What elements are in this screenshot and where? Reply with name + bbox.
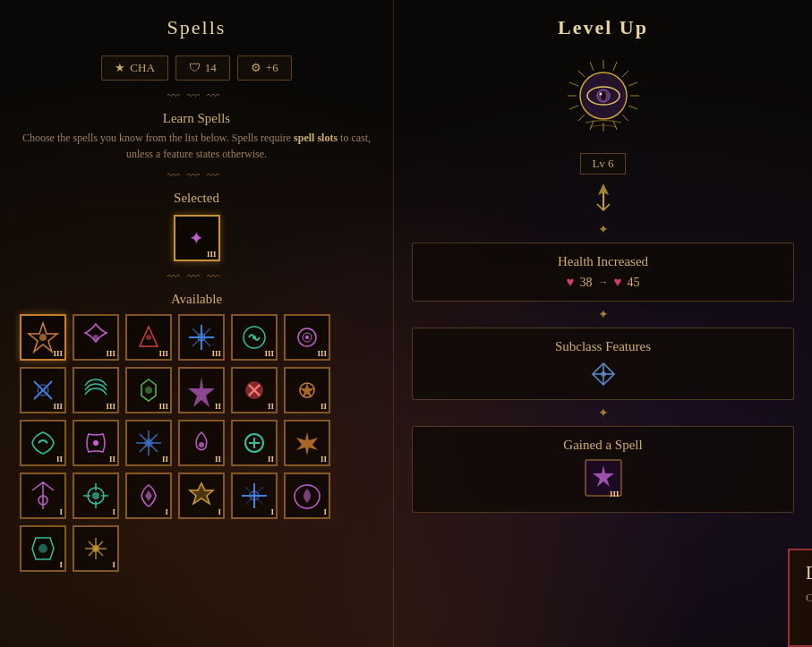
- tier-label: II: [215, 455, 221, 464]
- svg-point-25: [92, 545, 99, 552]
- star-div-2: ✦: [412, 307, 794, 322]
- list-item[interactable]: I: [73, 472, 119, 519]
- list-item[interactable]: I: [20, 472, 66, 519]
- svg-point-1: [39, 334, 47, 341]
- list-item[interactable]: III: [73, 314, 119, 361]
- learn-spells-header: Learn Spells: [18, 111, 375, 126]
- svg-line-39: [569, 106, 578, 109]
- tier-label: III: [158, 402, 168, 411]
- list-item[interactable]: III: [178, 314, 225, 361]
- svg-point-24: [38, 544, 47, 553]
- tier-label: III: [106, 349, 115, 358]
- svg-point-45: [601, 91, 606, 100]
- tier-label: I: [112, 507, 115, 516]
- plus-tag[interactable]: ⚙ +6: [237, 55, 292, 81]
- gear-icon: ⚙: [251, 61, 261, 75]
- spell-icon-21: [131, 478, 167, 514]
- list-item[interactable]: II: [20, 420, 66, 466]
- info-panel-title: Dark One's Own Luck: [806, 563, 812, 583]
- svg-line-38: [590, 121, 594, 130]
- tier-label: III: [211, 349, 221, 358]
- star-div-3: ✦: [412, 405, 794, 421]
- tier-label: II: [162, 455, 168, 464]
- available-header: Available: [18, 292, 375, 307]
- list-item[interactable]: II: [125, 420, 172, 466]
- tier-label: III: [158, 349, 168, 358]
- list-item[interactable]: I: [20, 525, 66, 572]
- subclass-feature-card[interactable]: Subclass Features: [412, 328, 794, 400]
- heart-icon-from: ♥: [567, 275, 575, 290]
- svg-point-6: [252, 336, 256, 339]
- svg-point-13: [145, 387, 152, 394]
- selected-spell-slot[interactable]: ✦ III: [174, 215, 220, 261]
- cha-tag[interactable]: ★ CHA: [101, 55, 167, 81]
- class-symbol: [412, 179, 794, 218]
- spell-icon-26: [78, 531, 114, 566]
- tier-label: I: [270, 507, 274, 516]
- svg-point-18: [199, 442, 204, 447]
- list-item[interactable]: I: [284, 472, 330, 519]
- gained-spell-title: Gained a Spell: [427, 438, 779, 453]
- divider-1: 〰〰〰: [18, 89, 375, 104]
- tier-label: III: [264, 349, 274, 358]
- list-item[interactable]: III: [20, 367, 66, 413]
- slots-tag[interactable]: 🛡 14: [175, 55, 230, 81]
- list-item[interactable]: III: [231, 314, 278, 361]
- list-item[interactable]: II: [178, 420, 225, 466]
- spell-icon-22: [184, 478, 219, 514]
- svg-line-36: [628, 106, 637, 109]
- list-item[interactable]: II: [231, 367, 278, 413]
- available-spells-grid: III III III III: [18, 312, 375, 574]
- arrow-icon: →: [598, 276, 609, 289]
- level-up-panel: Level Up: [394, 0, 812, 647]
- list-item[interactable]: III: [20, 314, 66, 361]
- list-item[interactable]: III: [284, 314, 330, 361]
- svg-line-37: [613, 121, 617, 130]
- list-item[interactable]: I: [231, 472, 278, 519]
- emblem-svg: [550, 55, 657, 149]
- tier-label: III: [53, 349, 63, 358]
- list-item[interactable]: III: [73, 367, 119, 413]
- available-label: Available: [171, 292, 222, 307]
- tier-label: I: [112, 560, 115, 569]
- health-feature-card[interactable]: Health Increased ♥ 38 → ♥ 45: [412, 243, 794, 302]
- list-item[interactable]: I: [125, 472, 172, 519]
- level-up-title: Level Up: [412, 9, 794, 47]
- list-item[interactable]: II: [284, 420, 330, 466]
- svg-line-33: [578, 71, 585, 77]
- list-item[interactable]: III: [125, 314, 172, 361]
- subclass-feature-icon: [427, 360, 779, 388]
- svg-line-27: [622, 71, 628, 77]
- svg-point-16: [93, 440, 98, 446]
- tier-label: I: [59, 560, 63, 569]
- spell-icon-23: [236, 478, 272, 514]
- list-item[interactable]: III: [125, 367, 172, 413]
- svg-point-3: [146, 335, 151, 340]
- spells-title: Spells: [18, 9, 375, 47]
- svg-line-31: [578, 115, 585, 121]
- spell-icon-19: [25, 478, 61, 514]
- spells-panel: Spells ★ CHA 🛡 14 ⚙ +6 〰〰〰 Learn Spells …: [0, 0, 394, 647]
- svg-line-40: [569, 82, 578, 86]
- cha-label: CHA: [130, 61, 154, 75]
- info-panel: Dark One's Own Luck Call on your patron …: [788, 549, 812, 647]
- gained-spell-card[interactable]: Gained a Spell III: [412, 426, 794, 513]
- health-from: 38: [580, 276, 593, 290]
- tier-label: II: [268, 455, 274, 464]
- selected-spell-tier: III: [207, 250, 217, 259]
- list-item[interactable]: I: [73, 525, 119, 572]
- tier-label: I: [59, 507, 63, 516]
- list-item[interactable]: I: [178, 472, 225, 519]
- tier-label: III: [106, 402, 115, 411]
- gained-spell-icon-area: III: [427, 458, 779, 501]
- list-item[interactable]: II: [73, 420, 119, 466]
- tier-label: II: [321, 455, 327, 464]
- tier-label: I: [218, 507, 221, 516]
- list-item[interactable]: II: [284, 367, 330, 413]
- spell-icon-25: [25, 531, 61, 566]
- plus-label: +6: [266, 61, 278, 75]
- gained-spell-slot: III: [584, 458, 623, 501]
- list-item[interactable]: II: [178, 367, 225, 413]
- subclass-feature-title: Subclass Features: [427, 339, 779, 354]
- list-item[interactable]: II: [231, 420, 278, 466]
